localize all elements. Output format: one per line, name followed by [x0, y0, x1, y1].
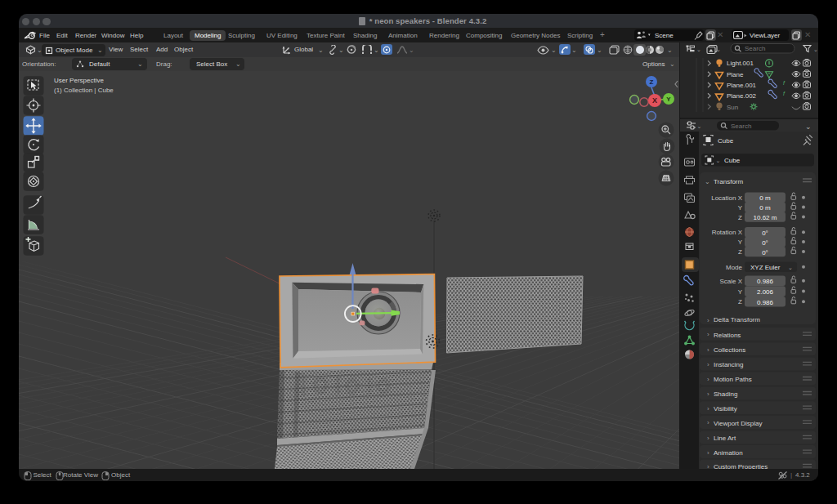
svg-text:Plane: Plane	[727, 71, 744, 78]
svg-text:›: ›	[707, 449, 709, 457]
svg-text:f: f	[783, 91, 786, 96]
svg-text:Animation: Animation	[714, 449, 743, 457]
svg-text:(1) Collection | Cube: (1) Collection | Cube	[54, 87, 114, 94]
svg-text:User Perspective: User Perspective	[54, 77, 104, 84]
svg-text:⌄: ⌄	[696, 47, 701, 52]
svg-text:Cube: Cube	[718, 137, 734, 145]
svg-text:Z: Z	[738, 214, 742, 221]
svg-text:Y: Y	[738, 288, 743, 296]
svg-text:Cube: Cube	[724, 157, 741, 164]
svg-text:Viewport Display: Viewport Display	[714, 420, 762, 427]
svg-text:Custom Properties: Custom Properties	[714, 463, 768, 469]
svg-text:Y: Y	[666, 96, 671, 103]
svg-text:›: ›	[707, 463, 709, 469]
svg-text:Search: Search	[731, 123, 751, 130]
svg-text:⌄: ⌄	[788, 265, 793, 270]
svg-text:Light.001: Light.001	[727, 60, 754, 67]
svg-text:›: ›	[707, 405, 709, 413]
svg-text:⌄: ⌄	[716, 158, 721, 163]
svg-text:0°: 0°	[762, 239, 768, 247]
svg-text:⌄: ⌄	[805, 123, 812, 131]
svg-text:⌄: ⌄	[705, 178, 710, 185]
svg-text:Motion Paths: Motion Paths	[714, 376, 752, 383]
svg-text:Relations: Relations	[714, 332, 741, 339]
svg-text:f: f	[783, 80, 786, 86]
svg-text:Y: Y	[738, 239, 743, 246]
svg-text:0.986: 0.986	[757, 299, 774, 306]
svg-text:›: ›	[707, 390, 709, 398]
svg-text:Z: Z	[738, 248, 742, 256]
svg-text:Sun: Sun	[727, 104, 738, 111]
svg-text:›: ›	[707, 361, 709, 368]
svg-text:0°: 0°	[762, 230, 768, 237]
svg-text:⌄: ⌄	[716, 47, 721, 52]
svg-text:Plane.001: Plane.001	[727, 82, 757, 89]
svg-text:›: ›	[707, 317, 709, 324]
svg-text:10.62 m: 10.62 m	[754, 214, 777, 221]
svg-text:Rotation X: Rotation X	[712, 229, 743, 236]
svg-text:Search: Search	[745, 45, 765, 52]
svg-text:›: ›	[707, 331, 709, 338]
svg-text:Scale X: Scale X	[719, 278, 742, 285]
svg-text:Plane.002: Plane.002	[727, 92, 757, 100]
svg-text:Line Art: Line Art	[714, 435, 736, 442]
svg-text:0.986: 0.986	[757, 278, 774, 285]
svg-text:›: ›	[707, 346, 709, 354]
svg-text:Location X: Location X	[711, 194, 742, 202]
svg-text:⌄: ⌄	[813, 47, 818, 52]
svg-text:Y: Y	[738, 204, 743, 212]
svg-text:0 m: 0 m	[759, 194, 771, 202]
svg-text:Shading: Shading	[714, 390, 737, 398]
svg-text:Transform: Transform	[714, 178, 743, 185]
svg-text:X: X	[652, 96, 657, 105]
svg-text:0 m: 0 m	[759, 204, 771, 212]
svg-text:Collections: Collections	[714, 346, 745, 354]
svg-text:Z: Z	[650, 78, 654, 86]
svg-text:Z: Z	[738, 298, 742, 306]
svg-text:Visibility: Visibility	[714, 405, 737, 413]
svg-text:›: ›	[707, 435, 709, 442]
svg-text:2.006: 2.006	[757, 288, 774, 296]
svg-text:Delta Transform: Delta Transform	[714, 316, 760, 323]
svg-text:Mode: Mode	[726, 264, 743, 271]
svg-text:Instancing: Instancing	[714, 361, 743, 368]
svg-text:›: ›	[707, 376, 709, 383]
svg-text:⌄: ⌄	[697, 123, 702, 129]
svg-text:›: ›	[707, 419, 709, 426]
svg-text:0°: 0°	[762, 249, 768, 256]
svg-text:XYZ Euler: XYZ Euler	[750, 264, 781, 271]
